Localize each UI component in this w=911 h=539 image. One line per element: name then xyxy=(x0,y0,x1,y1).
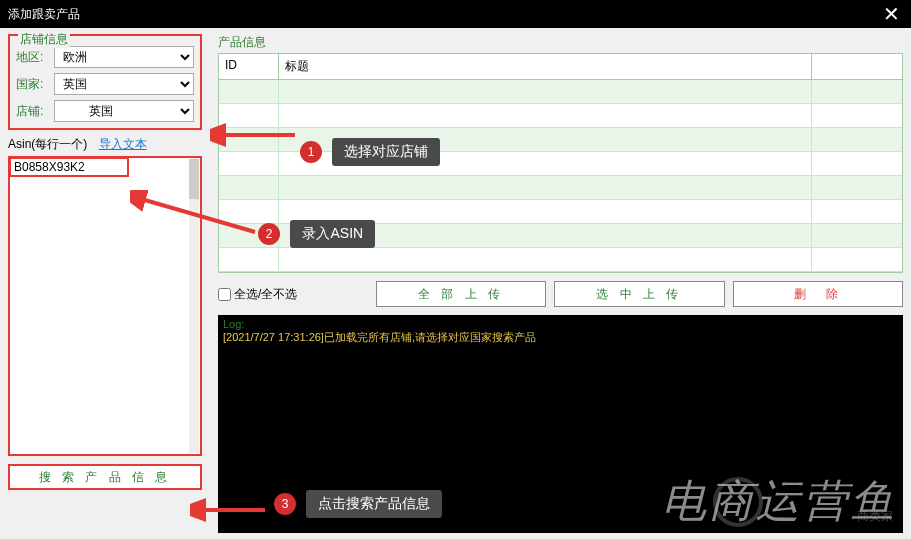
table-row[interactable] xyxy=(219,176,902,200)
log-line: [2021/7/27 17:31:26]已加载完所有店铺,请选择对应国家搜索产品 xyxy=(223,330,898,345)
asin-header: Asin(每行一个) 导入文本 xyxy=(8,136,202,153)
country-select[interactable]: 英国 xyxy=(54,73,194,95)
store-info-legend: 店铺信息 xyxy=(18,31,70,48)
log-label: Log: xyxy=(223,318,898,330)
product-info-legend: 产品信息 xyxy=(218,34,903,51)
log-area: Log: [2021/7/27 17:31:26]已加载完所有店铺,请选择对应国… xyxy=(218,315,903,533)
table-row[interactable] xyxy=(219,224,902,248)
country-label: 国家: xyxy=(16,76,54,93)
store-select[interactable]: 英国 xyxy=(54,100,194,122)
asin-textarea[interactable]: B0858X93K2 xyxy=(8,156,202,456)
store-info-group: 店铺信息 地区: 欧洲 国家: 英国 店铺: 英国 xyxy=(8,34,202,130)
upload-all-button[interactable]: 全 部 上 传 xyxy=(376,281,546,307)
upload-selected-button[interactable]: 选 中 上 传 xyxy=(554,281,724,307)
col-extra[interactable] xyxy=(812,54,902,79)
col-title[interactable]: 标题 xyxy=(279,54,812,79)
store-label: 店铺: xyxy=(16,103,54,120)
table-row[interactable] xyxy=(219,104,902,128)
table-row[interactable] xyxy=(219,200,902,224)
select-all-checkbox[interactable]: 全选/全不选 xyxy=(218,286,368,303)
col-id[interactable]: ID xyxy=(219,54,279,79)
table-row[interactable] xyxy=(219,128,902,152)
scrollbar[interactable] xyxy=(189,159,199,453)
table-row[interactable] xyxy=(219,248,902,272)
left-panel: 店铺信息 地区: 欧洲 国家: 英国 店铺: 英国 Asin(每行一个) 导入文… xyxy=(0,28,210,539)
asin-label: Asin(每行一个) xyxy=(8,137,87,151)
search-product-button[interactable]: 搜 索 产 品 信 息 xyxy=(8,464,202,490)
table-row[interactable] xyxy=(219,152,902,176)
select-all-input[interactable] xyxy=(218,288,231,301)
region-select[interactable]: 欧洲 xyxy=(54,46,194,68)
region-label: 地区: xyxy=(16,49,54,66)
select-all-label: 全选/全不选 xyxy=(234,286,297,303)
import-text-link[interactable]: 导入文本 xyxy=(99,137,147,151)
product-grid[interactable]: ID 标题 xyxy=(218,53,903,273)
window-title: 添加跟卖产品 xyxy=(8,6,879,23)
right-panel: 产品信息 ID 标题 全选/全不选 全 部 xyxy=(210,28,911,539)
window-titlebar: 添加跟卖产品 ✕ xyxy=(0,0,911,28)
watermark-sub: 商类家 xyxy=(857,508,893,525)
delete-button[interactable]: 删 除 xyxy=(733,281,903,307)
table-row[interactable] xyxy=(219,80,902,104)
close-icon[interactable]: ✕ xyxy=(879,2,903,26)
watermark: 电商运营鱼 xyxy=(662,472,897,531)
asin-value: B0858X93K2 xyxy=(9,157,129,177)
